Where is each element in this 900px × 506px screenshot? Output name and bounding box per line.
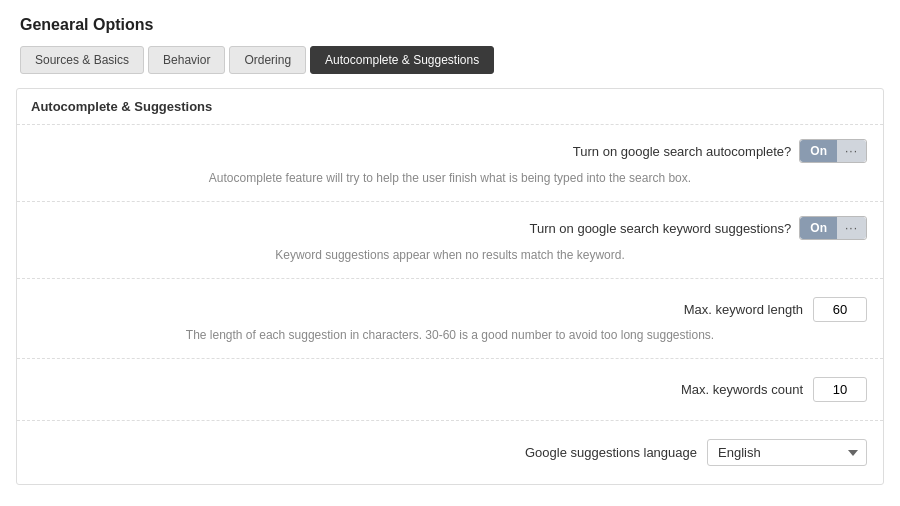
keyword-suggestions-toggle-group: On ···: [799, 216, 867, 240]
autocomplete-toggle-group: On ···: [799, 139, 867, 163]
page-title: Genearal Options: [0, 0, 900, 46]
max-keyword-length-row: Max. keyword length The length of each s…: [17, 279, 883, 359]
keyword-suggestions-setting-row: Turn on google search keyword suggestion…: [17, 202, 883, 279]
autocomplete-setting-row: Turn on google search autocomplete? On ·…: [17, 125, 883, 202]
section-panel: Autocomplete & Suggestions Turn on googl…: [16, 88, 884, 485]
autocomplete-description: Autocomplete feature will try to help th…: [33, 169, 867, 187]
max-keywords-count-input[interactable]: [813, 377, 867, 402]
tab-ordering[interactable]: Ordering: [229, 46, 306, 74]
max-keyword-length-control-row: Max. keyword length: [33, 293, 867, 326]
keyword-suggestions-label: Turn on google search keyword suggestion…: [529, 221, 791, 236]
tabs-bar: Sources & Basics Behavior Ordering Autoc…: [0, 46, 900, 74]
max-keywords-count-row: Max. keywords count: [17, 359, 883, 421]
max-keyword-length-input[interactable]: [813, 297, 867, 322]
autocomplete-dots-button[interactable]: ···: [837, 140, 866, 162]
language-select-wrapper: English Spanish French German Italian Po…: [707, 439, 867, 466]
tab-sources-basics[interactable]: Sources & Basics: [20, 46, 144, 74]
keyword-suggestions-control-row: Turn on google search keyword suggestion…: [33, 216, 867, 240]
tab-behavior[interactable]: Behavior: [148, 46, 225, 74]
tab-autocomplete-suggestions[interactable]: Autocomplete & Suggestions: [310, 46, 494, 74]
autocomplete-on-button[interactable]: On: [800, 140, 837, 162]
suggestions-language-row: Google suggestions language English Span…: [17, 421, 883, 484]
autocomplete-control-row: Turn on google search autocomplete? On ·…: [33, 139, 867, 163]
suggestions-language-control-row: Google suggestions language English Span…: [33, 435, 867, 470]
keyword-suggestions-description: Keyword suggestions appear when no resul…: [33, 246, 867, 264]
max-keywords-count-control-row: Max. keywords count: [33, 373, 867, 406]
max-keyword-length-description: The length of each suggestion in charact…: [33, 326, 867, 344]
max-keyword-length-label: Max. keyword length: [684, 302, 803, 317]
keyword-suggestions-on-button[interactable]: On: [800, 217, 837, 239]
suggestions-language-select[interactable]: English Spanish French German Italian Po…: [707, 439, 867, 466]
autocomplete-label: Turn on google search autocomplete?: [573, 144, 792, 159]
section-header: Autocomplete & Suggestions: [17, 89, 883, 125]
max-keywords-count-label: Max. keywords count: [681, 382, 803, 397]
suggestions-language-label: Google suggestions language: [525, 445, 697, 460]
keyword-suggestions-dots-button[interactable]: ···: [837, 217, 866, 239]
page-wrapper: Genearal Options Sources & Basics Behavi…: [0, 0, 900, 506]
